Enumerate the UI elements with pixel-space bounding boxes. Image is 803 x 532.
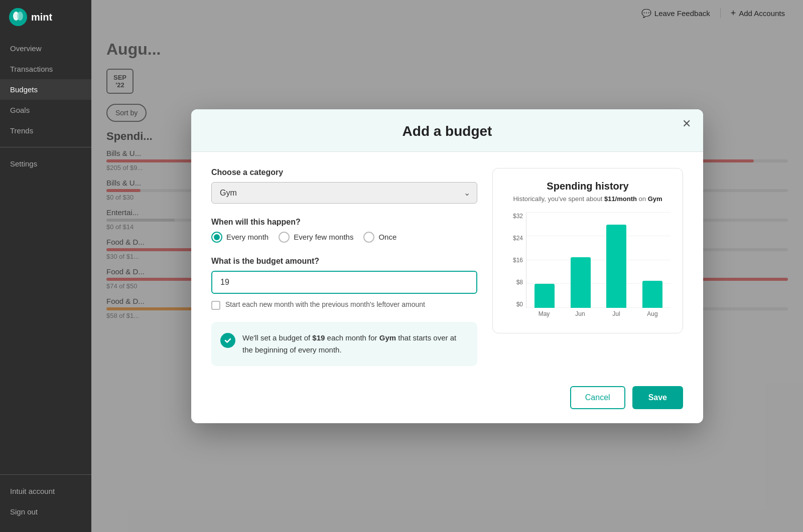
spending-history-subtitle: Historically, you've spent about $11/mon…: [505, 195, 671, 203]
svg-point-2: [17, 12, 23, 21]
y-label-0: $0: [505, 301, 523, 308]
category-select[interactable]: Gym: [211, 182, 477, 204]
radio-every-month-label: Every month: [226, 233, 269, 241]
sidebar-bottom: Intuit account Sign out: [0, 468, 91, 532]
sidebar-item-overview[interactable]: Overview: [0, 38, 91, 59]
main-area: 💬 Leave Feedback + Add Accounts Augu... …: [91, 0, 803, 532]
modal-header: Add a budget ✕: [191, 109, 703, 152]
chart-y-labels: $0 $8 $16 $24 $32: [505, 213, 523, 308]
save-button[interactable]: Save: [632, 386, 683, 409]
radio-circle-every-month: [211, 232, 222, 243]
sidebar: mint Overview Transactions Budgets Goals…: [0, 0, 91, 532]
radio-every-few-months[interactable]: Every few months: [279, 232, 353, 243]
spending-history-card: Spending history Historically, you've sp…: [492, 168, 683, 333]
bar-aug: [642, 281, 662, 307]
spending-chart: $0 $8 $16 $24 $32: [505, 213, 671, 323]
when-section: When will this happen? Every month Every…: [211, 218, 477, 243]
sidebar-item-sign-out[interactable]: Sign out: [0, 501, 91, 522]
add-budget-modal: Add a budget ✕ Choose a category Gym ⌄: [191, 109, 703, 423]
sidebar-item-intuit-account[interactable]: Intuit account: [0, 481, 91, 501]
category-label: Choose a category: [211, 168, 477, 177]
x-label-jul: Jul: [598, 310, 634, 323]
bar-col-aug: [634, 213, 671, 308]
frequency-radio-group: Every month Every few months Once: [211, 232, 477, 243]
sidebar-item-transactions[interactable]: Transactions: [0, 59, 91, 79]
logo-text: mint: [31, 12, 52, 23]
x-label-jun: Jun: [562, 310, 598, 323]
sidebar-nav: Overview Transactions Budgets Goals Tren…: [0, 34, 91, 468]
radio-every-month[interactable]: Every month: [211, 232, 269, 243]
sidebar-item-settings[interactable]: Settings: [0, 153, 91, 174]
bar-col-jun: [563, 213, 599, 308]
sidebar-divider: [0, 147, 91, 147]
spending-history-title: Spending history: [505, 181, 671, 192]
summary-box: We'll set a budget of $19 each month for…: [211, 322, 477, 366]
x-label-may: May: [526, 310, 562, 323]
modal-right: Spending history Historically, you've sp…: [492, 168, 683, 366]
bar-jun: [571, 257, 591, 308]
amount-section: What is the budget amount? Start each ne…: [211, 257, 477, 310]
chart-x-labels: May Jun Jul Aug: [526, 310, 671, 323]
when-label: When will this happen?: [211, 218, 477, 227]
modal-body: Choose a category Gym ⌄ When will this h…: [191, 152, 703, 378]
bar-jul: [606, 225, 626, 307]
bar-may: [534, 284, 555, 308]
leftover-checkbox[interactable]: [211, 301, 220, 310]
radio-once[interactable]: Once: [363, 232, 396, 243]
y-label-8: $8: [505, 279, 523, 286]
mint-logo-icon: [9, 8, 27, 26]
sidebar-item-budgets[interactable]: Budgets: [0, 79, 91, 100]
modal-overlay: Add a budget ✕ Choose a category Gym ⌄: [91, 0, 803, 532]
y-label-24: $24: [505, 235, 523, 242]
close-button[interactable]: ✕: [682, 118, 691, 129]
sidebar-item-goals[interactable]: Goals: [0, 100, 91, 120]
category-select-wrapper: Gym ⌄: [211, 182, 477, 204]
radio-every-few-months-label: Every few months: [294, 233, 353, 241]
summary-text: We'll set a budget of $19 each month for…: [242, 332, 467, 356]
bar-col-may: [526, 213, 563, 308]
budget-amount-input[interactable]: [211, 271, 477, 294]
leftover-checkbox-row: Start each new month with the previous m…: [211, 300, 477, 310]
modal-title: Add a budget: [211, 123, 683, 139]
sidebar-bottom-divider: [0, 474, 91, 475]
cancel-button[interactable]: Cancel: [570, 386, 625, 409]
radio-circle-every-few-months: [279, 232, 290, 243]
x-label-aug: Aug: [634, 310, 671, 323]
check-icon: [220, 333, 235, 348]
radio-once-label: Once: [378, 233, 396, 241]
y-label-32: $32: [505, 213, 523, 220]
modal-footer: Cancel Save: [191, 378, 703, 423]
leftover-checkbox-label: Start each new month with the previous m…: [225, 300, 425, 310]
chart-bars-area: [526, 213, 671, 308]
logo: mint: [0, 0, 91, 34]
amount-label: What is the budget amount?: [211, 257, 477, 266]
modal-left: Choose a category Gym ⌄ When will this h…: [211, 168, 477, 366]
sidebar-item-trends[interactable]: Trends: [0, 120, 91, 141]
y-label-16: $16: [505, 257, 523, 264]
bar-col-jul: [599, 213, 635, 308]
radio-circle-once: [363, 232, 374, 243]
